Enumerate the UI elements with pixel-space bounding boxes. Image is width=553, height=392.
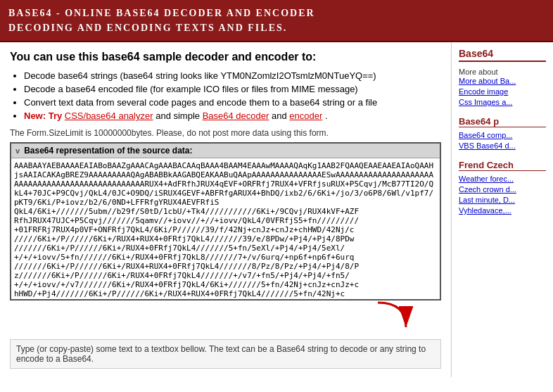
list-item-new: New: Try CSS/base64 analyzer and simple … xyxy=(24,110,441,121)
left-content: You can use this base64 sample decoder a… xyxy=(0,42,451,377)
right-sidebar: Base64 More about More about Ba... Encod… xyxy=(451,42,553,377)
sidebar-title-base64p: Base64 p xyxy=(459,116,546,127)
sidebar-link-8[interactable]: Last minute, D... xyxy=(459,196,546,204)
sidebar-link-1[interactable]: More about Ba... xyxy=(459,77,546,85)
sidebar-section-base64: Base64 More about More about Ba... Encod… xyxy=(459,48,546,106)
sidebar-title-czech: Frend Czech xyxy=(459,160,546,171)
main-layout: You can use this base64 sample decoder a… xyxy=(0,42,553,377)
sidebar-link-5[interactable]: VBS Base64 d... xyxy=(459,141,546,150)
sidebar-link-3[interactable]: Css Images a... xyxy=(459,98,546,106)
sidebar-title-base64: Base64 xyxy=(459,48,546,62)
arrow-hint-container xyxy=(10,299,413,331)
sidebar-section-czech: Frend Czech Weather forec... Czech crown… xyxy=(459,160,546,215)
sidebar-section-base64p: Base64 p Base64 comp... VBS Base64 d... xyxy=(459,116,546,150)
sidebar-link-9[interactable]: Vyhledavace,... xyxy=(459,206,546,215)
arrow-icon xyxy=(371,299,413,331)
form-size-note: The Form.SizeLimit is 10000000bytes. Ple… xyxy=(10,128,441,138)
feature-list: Decode base64 strings (base64 string loo… xyxy=(24,70,441,121)
sidebar-link-6[interactable]: Weather forec... xyxy=(459,175,546,183)
sidebar-link-2[interactable]: Encode image xyxy=(459,87,546,96)
page-header: Base64 - Online Base64 decoder and encod… xyxy=(0,0,553,42)
base64-box-header: v Base64 representation of the source da… xyxy=(11,144,440,158)
encoder-link[interactable]: encoder xyxy=(289,110,322,121)
base64-box-title: Base64 representation of the source data… xyxy=(24,146,192,156)
list-item: Decode base64 strings (base64 string loo… xyxy=(24,70,441,81)
list-item: Decode a base64 encoded file (for exampl… xyxy=(24,84,441,94)
base64-output-box: v Base64 representation of the source da… xyxy=(10,142,441,301)
v-marker: v xyxy=(15,146,20,155)
sidebar-link-7[interactable]: Czech crown d... xyxy=(459,185,546,194)
sidebar-link-4[interactable]: Base64 comp... xyxy=(459,131,546,139)
decode-instruction: Type (or copy-paste) some text to a text… xyxy=(10,339,441,369)
header-line2: decoding and encoding texts and files. xyxy=(8,23,287,33)
base64-decoder-link[interactable]: Base64 decoder xyxy=(203,110,269,121)
css-analyzer-link[interactable]: CSS/base64 analyzer xyxy=(65,110,153,121)
list-item: Convert text data from several code page… xyxy=(24,97,441,108)
more-about-text: More about xyxy=(459,68,498,76)
header-line1: Base64 - Online Base64 decoder and encod… xyxy=(8,8,315,18)
base64-output-textarea[interactable] xyxy=(11,158,440,299)
main-title: You can use this base64 sample decoder a… xyxy=(10,51,441,63)
